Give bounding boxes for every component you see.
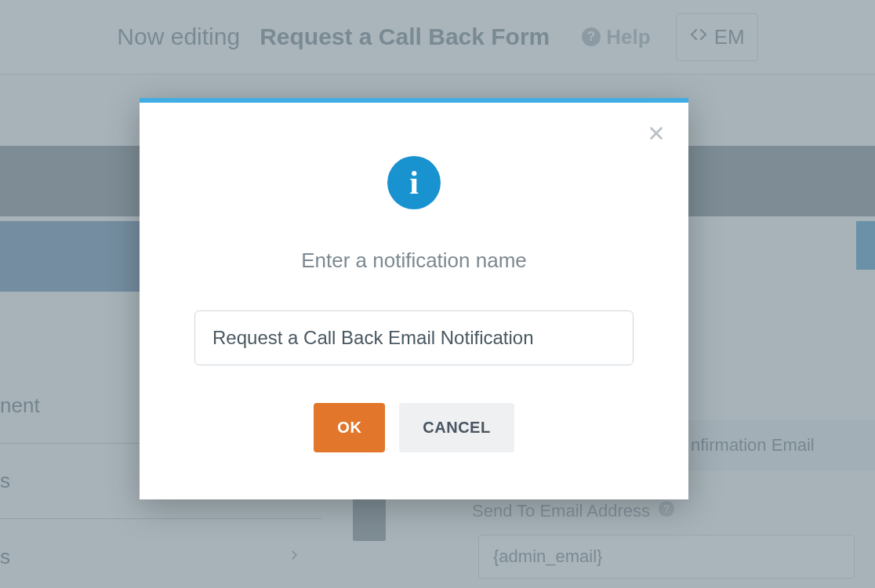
info-icon: i — [387, 156, 441, 209]
notification-name-modal: i Enter a notification name OK CANCEL — [140, 98, 688, 499]
close-button[interactable] — [648, 125, 665, 145]
cancel-button[interactable]: CANCEL — [399, 403, 514, 452]
notification-name-input[interactable] — [194, 310, 634, 365]
modal-prompt: Enter a notification name — [194, 249, 634, 273]
ok-button[interactable]: OK — [314, 403, 385, 452]
info-glyph: i — [409, 164, 419, 201]
